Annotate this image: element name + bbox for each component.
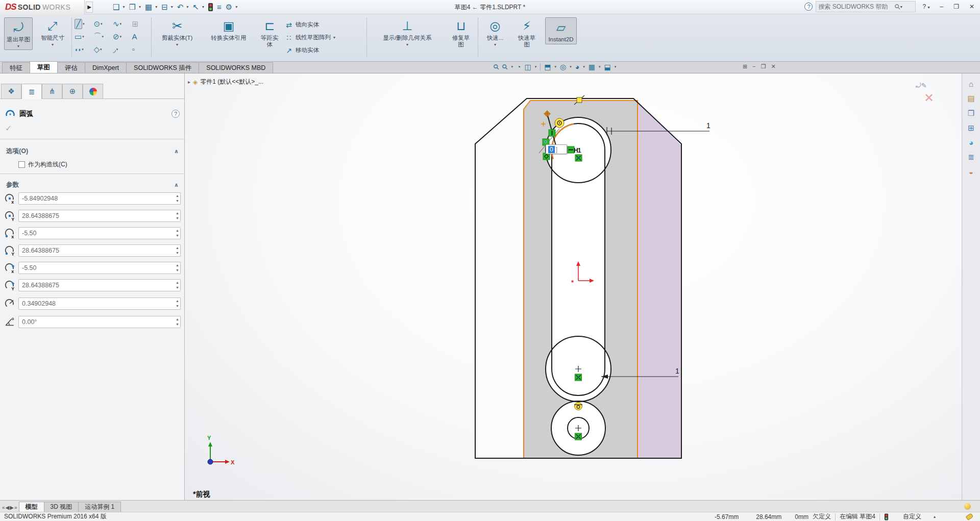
spinner[interactable]: ▲▼ — [176, 263, 179, 273]
doc-new-window-icon[interactable]: ⊞ — [743, 63, 747, 70]
collapse-chevron-icon[interactable]: ∧ — [174, 182, 179, 188]
doc-restore-icon[interactable]: ❐ — [761, 63, 766, 70]
tree-expand-icon[interactable]: ▸ — [188, 79, 190, 85]
dimension-input-box[interactable]: 0 ] — [546, 144, 567, 154]
construction-line-option[interactable]: 作为构造线(C) — [18, 160, 67, 169]
doc-close-icon[interactable]: ✕ — [771, 63, 776, 70]
trim-entities-button[interactable]: ✂ 剪裁实体(T)▾ — [154, 17, 200, 47]
ellipse-tool-button[interactable]: ⊘▾ — [113, 32, 131, 41]
custom-properties-icon[interactable]: ≣ — [968, 153, 974, 162]
param-field-start-y[interactable]: 28.64388675▲▼ — [18, 244, 181, 257]
scene-icon[interactable]: ⬓ — [604, 63, 610, 71]
options-list-icon[interactable]: ≡ — [215, 2, 223, 12]
forum-icon[interactable]: ◒ — [969, 167, 973, 176]
merge-relation-icon[interactable] — [575, 155, 582, 161]
configuration-manager-tab[interactable]: ⋔ — [42, 84, 62, 98]
tag-icon[interactable] — [966, 513, 974, 520]
part-face-lavender[interactable] — [638, 102, 681, 458]
print-caret[interactable]: ▾ — [171, 5, 173, 9]
open-caret[interactable]: ▾ — [139, 5, 141, 9]
doc-minimize-icon[interactable]: − — [752, 63, 755, 70]
param-field-center-y[interactable]: 28.64388675▲▼ — [18, 210, 181, 222]
rebuild-traffic-light-icon[interactable] — [207, 2, 214, 12]
tab-motion-study[interactable]: 运动算例 1 — [78, 502, 121, 512]
undo-caret[interactable]: ▾ — [186, 5, 188, 9]
appearances-icon[interactable]: ▦ — [589, 63, 595, 71]
first-tab-icon[interactable]: « — [2, 505, 5, 510]
previous-view-icon[interactable]: ◔ — [517, 63, 521, 71]
search-box[interactable]: ⚲ ▾ — [816, 1, 916, 12]
quick-snaps-button[interactable]: ◎ 快速...▾ — [481, 17, 509, 47]
spinner[interactable]: ▲▼ — [176, 317, 179, 327]
circle-tool-button[interactable]: ⊙▾ — [94, 19, 112, 29]
spinner[interactable]: ▲▼ — [176, 193, 179, 204]
view-palette-icon[interactable]: ⊞ — [968, 123, 974, 133]
polygon-tool-button[interactable]: ◇▾ — [94, 45, 112, 54]
options-section-header[interactable]: 选项(O)∧ — [0, 146, 185, 156]
rectangle-tool-button[interactable]: ▭▾ — [75, 32, 93, 41]
spinner[interactable]: ▲▼ — [176, 245, 179, 256]
offset-entities-button[interactable]: ⊏ 等距实 体 — [257, 17, 282, 48]
coincident-relation-icon[interactable] — [575, 433, 582, 440]
confirmation-corner-cancel-icon[interactable]: ✕ — [924, 91, 934, 105]
move-entities-button[interactable]: ↗移动实体 — [285, 44, 365, 57]
param-field-end-y[interactable]: 28.64388675▲▼ — [18, 279, 181, 291]
notification-ball-icon[interactable] — [964, 503, 971, 510]
tab-3d-views[interactable]: 3D 视图 — [44, 502, 79, 512]
param-field-start-x[interactable]: -5.50▲▼ — [18, 227, 181, 239]
display-style-icon[interactable]: ◎ — [560, 63, 566, 71]
help-circle-icon[interactable]: ? — [804, 3, 813, 11]
tab-features[interactable]: 特征 — [2, 62, 30, 73]
graphics-area[interactable]: 1 1 * — [185, 73, 962, 500]
undo-icon[interactable]: ↶ — [176, 2, 185, 13]
prev-tab-icon[interactable]: ◀ — [6, 505, 10, 510]
new-caret[interactable]: ▾ — [122, 5, 125, 9]
param-field-end-x[interactable]: -5.50▲▼ — [18, 262, 181, 274]
param-field-angle[interactable]: 0.00°▲▼ — [18, 316, 181, 328]
collapse-chevron-icon[interactable]: ∧ — [174, 148, 179, 155]
tab-model[interactable]: 模型 — [19, 502, 44, 512]
spinner[interactable]: ▲▼ — [176, 228, 179, 238]
select-caret[interactable]: ▾ — [202, 5, 204, 9]
param-field-center-x[interactable]: -5.84902948▲▼ — [18, 192, 181, 205]
help-menu[interactable]: ? ▾ — [919, 3, 933, 11]
smart-dimension-button[interactable]: ⤢ 智能尺寸▾ — [37, 17, 68, 47]
exit-sketch-button[interactable]: ⤾ 退出草图▾ — [4, 17, 33, 50]
plane-tool-button[interactable]: ⊞ — [132, 19, 151, 29]
property-manager-tab[interactable]: ≣ — [21, 84, 42, 99]
file-explorer-icon[interactable]: ❒ — [968, 109, 974, 118]
tab-evaluate[interactable]: 评估 — [57, 62, 85, 73]
tab-sketch[interactable]: 草图 — [30, 61, 58, 73]
linear-pattern-button[interactable]: ∷线性草图阵列▾ — [285, 31, 365, 44]
construction-checkbox[interactable] — [18, 161, 25, 168]
save-icon[interactable]: ▦ — [143, 2, 154, 13]
arc-tool-button[interactable]: ⌒▾ — [94, 32, 112, 41]
repair-sketch-button[interactable]: ⊔ 修复草 图 — [446, 17, 476, 48]
instant2d-button[interactable]: ▱ Instant2D — [545, 17, 577, 44]
settings-caret[interactable]: ▾ — [235, 5, 237, 9]
display-relations-button[interactable]: ⊥ 显示/删除几何关系▾ — [371, 17, 444, 47]
minimize-button[interactable]: – — [936, 3, 947, 11]
ok-checkmark-button[interactable]: ✓ — [5, 123, 12, 133]
point-tool-button[interactable]: ▫ — [132, 45, 151, 54]
search-input[interactable] — [818, 3, 895, 10]
panel-help-icon[interactable]: ? — [172, 110, 180, 118]
restore-button[interactable]: ❐ — [950, 3, 963, 11]
section-view-icon[interactable]: ◫ — [525, 63, 531, 71]
param-field-radius[interactable]: 0.34902948▲▼ — [18, 297, 181, 310]
settings-gear-icon[interactable]: ⚙ — [224, 2, 234, 13]
flyout-feature-tree[interactable]: ▸ ◈ 零件1 (默认<<默认>_... — [188, 78, 263, 86]
display-manager-tab[interactable] — [83, 84, 103, 98]
confirmation-corner-sketch-icon[interactable]: ⤾✎ — [916, 82, 927, 90]
line-tool-button[interactable]: ╱▾ — [75, 19, 93, 29]
parameters-section-header[interactable]: 参数∧ — [0, 180, 185, 190]
last-tab-icon[interactable]: » — [14, 505, 17, 510]
slot-tool-button[interactable]: ◖◗▾ — [75, 46, 93, 53]
close-button[interactable]: ✕ — [966, 3, 978, 11]
resources-home-icon[interactable]: ⌂ — [969, 80, 973, 88]
dimxpert-manager-tab[interactable]: ⊕ — [62, 84, 83, 98]
next-tab-icon[interactable]: ▶ — [10, 505, 14, 510]
rapid-sketch-button[interactable]: ⚡ 快速草 图 — [512, 17, 541, 48]
hide-show-items-icon[interactable]: ◕ — [575, 63, 579, 71]
save-caret[interactable]: ▾ — [155, 5, 157, 9]
